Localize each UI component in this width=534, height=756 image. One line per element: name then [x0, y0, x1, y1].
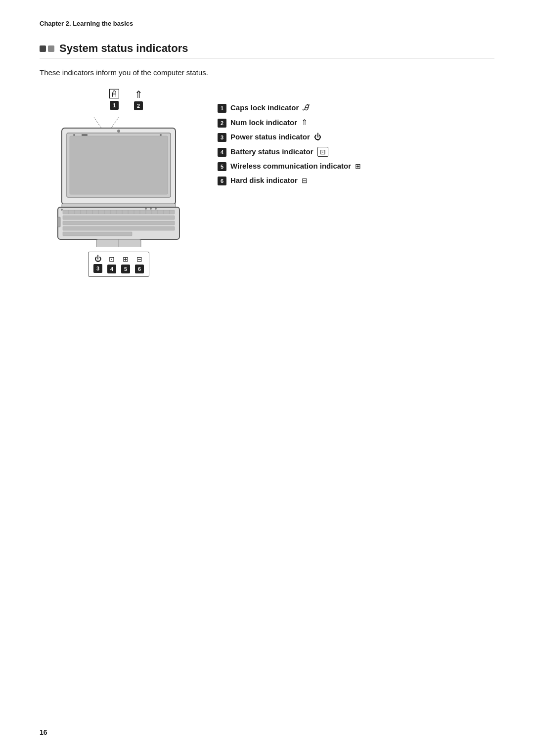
ind-label-5: Wireless communication indicator	[230, 162, 351, 170]
ind-badge-6: 6	[218, 177, 226, 185]
laptop-drawing	[47, 113, 190, 249]
battery-indicator-icon: ⊡	[317, 147, 328, 157]
ind-badge-3: 3	[218, 133, 226, 142]
power-symbol-bottom: ⏻	[94, 255, 101, 263]
svg-point-6	[160, 134, 162, 136]
num-lock-symbol: ⇑	[134, 89, 143, 100]
badge-2: 2	[134, 101, 143, 110]
svg-point-34	[61, 209, 63, 211]
section-icon-dark1	[40, 45, 46, 52]
battery-symbol-bottom: ⊡	[109, 255, 115, 264]
badge-3: 3	[93, 264, 102, 273]
indicator-row-2: 2 Num lock indicator ⇑	[218, 118, 494, 128]
indicator-row-6: 6 Hard disk indicator ⊟	[218, 176, 494, 185]
ind-label-3: Power status indicator	[230, 133, 310, 141]
badge-5: 5	[121, 265, 130, 273]
ind-label-2: Num lock indicator	[230, 118, 297, 127]
svg-rect-38	[58, 217, 60, 227]
ind-label-4: Battery status indicator	[230, 147, 313, 156]
indicator-row-1: 1 Caps lock indicator Ꭿ̈	[218, 103, 494, 113]
bottom-indicator-3: ⏻ 3	[93, 255, 102, 273]
caps-lock-indicator-icon: Ꭿ̈	[303, 103, 309, 112]
svg-rect-12	[63, 226, 175, 230]
caps-lock-icon-box: 🄰 1	[109, 89, 119, 110]
section-icon-dark2	[48, 45, 54, 52]
indicator-row-4: 4 Battery status indicator ⊡	[218, 147, 494, 157]
indicator-row-3: 3 Power status indicator ⏻	[218, 133, 494, 142]
svg-line-40	[111, 117, 119, 128]
hdd-symbol-bottom: ⊟	[136, 255, 142, 264]
svg-rect-11	[63, 221, 175, 225]
ind-badge-5: 5	[218, 162, 226, 171]
hdd-indicator-icon: ⊟	[302, 177, 308, 185]
num-lock-icon-box: ⇑ 2	[134, 89, 143, 110]
top-indicator-panel: 🄰 1 ⇑ 2	[109, 89, 143, 110]
svg-point-37	[155, 208, 157, 210]
num-lock-indicator-icon: ⇑	[301, 118, 308, 127]
chapter-heading: Chapter 2. Learning the basics	[40, 20, 494, 27]
ind-label-6: Hard disk indicator	[230, 176, 298, 184]
section-title: System status indicators	[59, 42, 188, 55]
svg-line-39	[94, 117, 101, 128]
section-intro: These indicators inform you of the compu…	[40, 68, 494, 77]
badge-6: 6	[135, 265, 144, 273]
svg-rect-10	[63, 216, 175, 220]
svg-point-35	[145, 208, 147, 210]
indicator-row-5: 5 Wireless communication indicator ⊞	[218, 162, 494, 171]
badge-4: 4	[107, 265, 116, 273]
laptop-illustration-area: 🄰 1 ⇑ 2	[40, 89, 198, 277]
power-indicator-icon: ⏻	[314, 133, 321, 141]
bottom-indicator-panel: ⏻ 3 ⊡ 4 ⊞ 5 ⊟ 6	[88, 252, 149, 277]
bottom-indicator-4: ⊡ 4	[107, 255, 116, 273]
ind-label-1: Caps lock indicator	[230, 103, 299, 112]
svg-point-36	[150, 208, 152, 210]
badge-1: 1	[110, 101, 119, 110]
indicator-list: 1 Caps lock indicator Ꭿ̈ 2 Num lock indi…	[218, 89, 494, 190]
svg-point-3	[117, 130, 120, 133]
bottom-indicator-5: ⊞ 5	[121, 255, 130, 273]
page-number: 16	[40, 728, 47, 736]
bottom-indicator-6: ⊟ 6	[135, 255, 144, 273]
content-area: 🄰 1 ⇑ 2	[40, 89, 494, 277]
ind-badge-4: 4	[218, 148, 226, 157]
svg-rect-13	[63, 232, 132, 236]
laptop-svg	[47, 113, 190, 247]
ind-badge-1: 1	[218, 104, 226, 113]
ind-badge-2: 2	[218, 119, 226, 128]
section-icons	[40, 45, 54, 52]
caps-lock-symbol: 🄰	[109, 89, 119, 100]
svg-point-4	[73, 134, 75, 136]
svg-rect-5	[82, 134, 88, 136]
wireless-symbol-bottom: ⊞	[123, 255, 129, 264]
svg-rect-2	[70, 136, 168, 194]
wireless-indicator-icon: ⊞	[355, 162, 361, 171]
